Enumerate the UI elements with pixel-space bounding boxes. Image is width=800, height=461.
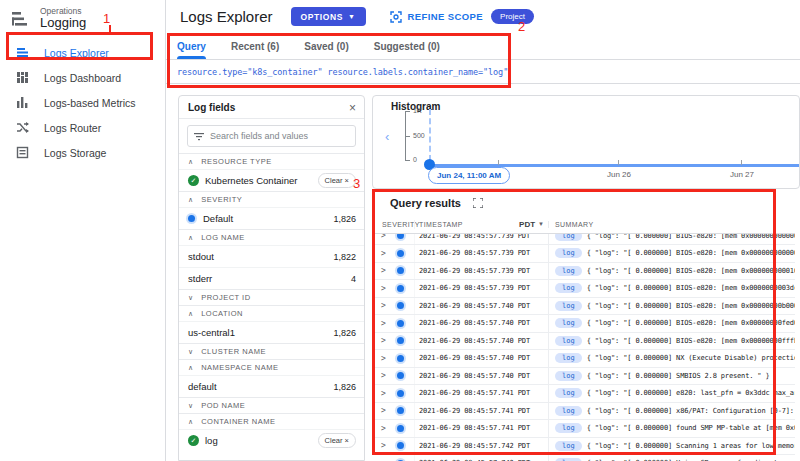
- log-row[interactable]: > 2021-06-29 08:45:57.739 PDT log { "log…: [372, 280, 795, 298]
- field-value-row[interactable]: us-central1 1,826: [179, 321, 364, 343]
- fullscreen-icon[interactable]: [473, 198, 483, 208]
- expand-chevron-icon[interactable]: >: [372, 234, 395, 240]
- log-row[interactable]: > 2021-06-29 08:45:57.740 PDT log { "log…: [372, 315, 795, 333]
- sidebar-item-logs-explorer[interactable]: Logs Explorer: [0, 40, 165, 65]
- log-summary: { "log": "[ 0.000000] Scanning 1 areas f…: [587, 442, 795, 450]
- expand-chevron-icon[interactable]: >: [372, 424, 395, 433]
- log-fields-title: Log fields: [188, 102, 235, 113]
- field-value-row[interactable]: stderr 4: [179, 267, 364, 289]
- log-chip[interactable]: log: [555, 336, 582, 346]
- options-button[interactable]: OPTIONS▼: [291, 7, 366, 26]
- field-section-header[interactable]: ∧ RESOURCE TYPE: [179, 154, 364, 169]
- log-summary: { "log": "[ 0.000000] x86/PAT: Configura…: [587, 407, 795, 415]
- tab-saved-0-[interactable]: Saved (0): [304, 33, 348, 59]
- clear-filter-button[interactable]: Clear ×: [318, 433, 356, 448]
- log-row[interactable]: > 2021-06-29 08:45:57.741 PDT log { "log…: [372, 385, 795, 403]
- log-chip[interactable]: log: [555, 406, 582, 416]
- expand-chevron-icon[interactable]: >: [372, 301, 395, 310]
- y-tick-0: 0: [413, 156, 417, 163]
- log-row[interactable]: > 2021-06-29 08:45:57.740 PDT log { "log…: [372, 368, 795, 386]
- log-chip[interactable]: log: [555, 301, 582, 311]
- field-section-header[interactable]: ∨ CLUSTER NAME: [179, 344, 364, 359]
- field-value-row[interactable]: stdout 1,822: [179, 245, 364, 267]
- severity-default-icon: [397, 407, 404, 414]
- log-chip[interactable]: log: [555, 248, 582, 258]
- col-severity: SEVERITY: [372, 221, 414, 228]
- log-chip[interactable]: log: [555, 353, 582, 363]
- field-value-row[interactable]: ✓Kubernetes Container Clear ×: [179, 169, 364, 191]
- expand-chevron-icon[interactable]: >: [372, 354, 395, 363]
- log-chip[interactable]: log: [555, 234, 582, 241]
- expand-chevron-icon[interactable]: >: [372, 266, 395, 275]
- log-chip[interactable]: log: [555, 266, 582, 276]
- log-row[interactable]: > 2021-06-29 08:45:57.741 PDT log { "log…: [372, 403, 795, 421]
- toolbar: Logs Explorer OPTIONS▼ REFINE SCOPE Proj…: [165, 0, 800, 33]
- col-summary: SUMMARY: [548, 221, 795, 228]
- field-value-row[interactable]: Default 1,826: [179, 207, 364, 229]
- tab-suggested-0-[interactable]: Suggested (0): [374, 33, 440, 59]
- chevron-up-icon: ∧: [188, 196, 193, 204]
- field-section-header[interactable]: ∧ CONTAINER NAME: [179, 414, 364, 429]
- green-check-icon: ✓: [188, 435, 199, 446]
- query-text[interactable]: resource.type="k8s_container" resource.l…: [177, 67, 508, 77]
- log-timestamp: 2021-06-29 08:45:57.741 PDT: [414, 403, 548, 420]
- field-section-header[interactable]: ∧ NAMESPACE NAME: [179, 360, 364, 375]
- expand-chevron-icon[interactable]: >: [372, 284, 395, 293]
- log-chip[interactable]: log: [555, 283, 582, 293]
- field-section-header[interactable]: ∧ SEVERITY: [179, 192, 364, 207]
- query-results-title: Query results: [390, 197, 461, 209]
- expand-chevron-icon[interactable]: >: [372, 371, 395, 380]
- log-chip[interactable]: log: [555, 318, 582, 328]
- timezone-dropdown[interactable]: PDT▼: [519, 220, 544, 229]
- log-row[interactable]: > 2021-06-29 08:45:57.739 PDT log { "log…: [372, 234, 795, 245]
- log-row[interactable]: > 2021-06-29 08:45:57.741 PDT log { "log…: [372, 420, 795, 438]
- search-placeholder: Search fields and values: [210, 131, 308, 141]
- tab-recent-6-[interactable]: Recent (6): [231, 33, 279, 59]
- log-fields-search-input[interactable]: Search fields and values: [187, 125, 356, 147]
- field-section-header[interactable]: ∨ POD NAME: [179, 398, 364, 413]
- sidebar-item-logs-dashboard[interactable]: Logs Dashboard: [0, 65, 165, 90]
- expand-chevron-icon[interactable]: >: [372, 441, 395, 450]
- chevron-up-icon: ∧: [188, 234, 193, 242]
- close-icon[interactable]: ×: [349, 103, 356, 113]
- chevron-left-icon[interactable]: ‹: [385, 129, 389, 144]
- field-section-header[interactable]: ∧ LOG NAME: [179, 230, 364, 245]
- log-row[interactable]: > 2021-06-29 08:45:57.740 PDT log { "log…: [372, 350, 795, 368]
- log-row[interactable]: > 2021-06-29 08:45:57.739 PDT log { "log…: [372, 263, 795, 281]
- project-scope-badge[interactable]: Project: [491, 9, 534, 24]
- log-fields-sections: ∧ RESOURCE TYPE ✓Kubernetes Container Cl…: [179, 153, 364, 451]
- log-chip[interactable]: log: [555, 441, 582, 451]
- expand-chevron-icon[interactable]: >: [372, 336, 395, 345]
- field-section-header[interactable]: ∨ PROJECT ID: [179, 290, 364, 305]
- field-section-header[interactable]: ∧ LOCATION: [179, 306, 364, 321]
- log-row[interactable]: > 2021-06-29 08:45:57.742 PDT log { "log…: [372, 455, 795, 461]
- expand-chevron-icon[interactable]: >: [372, 249, 395, 258]
- expand-chevron-icon[interactable]: >: [372, 406, 395, 415]
- log-fields-panel: Log fields × Search fields and values ∧ …: [178, 95, 365, 461]
- log-row[interactable]: > 2021-06-29 08:45:57.742 PDT log { "log…: [372, 438, 795, 456]
- query-editor-row[interactable]: resource.type="k8s_container" resource.l…: [165, 60, 800, 84]
- log-row[interactable]: > 2021-06-29 08:45:57.740 PDT log { "log…: [372, 298, 795, 316]
- sidebar-item-logs-based-metrics[interactable]: Logs-based Metrics: [0, 90, 165, 115]
- histogram-y-axis: [405, 111, 411, 161]
- log-row[interactable]: > 2021-06-29 08:45:57.740 PDT log { "log…: [372, 333, 795, 351]
- expand-chevron-icon[interactable]: >: [372, 319, 395, 328]
- severity-default-icon: [397, 285, 404, 292]
- results-column-headers: SEVERITY TIMESTAMP PDT▼ SUMMARY: [372, 215, 795, 234]
- log-row[interactable]: > 2021-06-29 08:45:57.739 PDT log { "log…: [372, 245, 795, 263]
- selected-time-pill[interactable]: Jun 24, 11:00 AM: [428, 167, 510, 184]
- refine-scope-button[interactable]: REFINE SCOPE: [390, 11, 484, 23]
- severity-default-icon: [397, 250, 404, 257]
- clear-filter-button[interactable]: Clear ×: [318, 173, 356, 188]
- tab-query[interactable]: Query: [177, 33, 206, 59]
- sidebar-item-logs-storage[interactable]: Logs Storage: [0, 140, 165, 165]
- field-value-row[interactable]: ✓log Clear ×: [179, 429, 364, 451]
- field-value-row[interactable]: default 1,826: [179, 375, 364, 397]
- log-summary: { "log": "[ 0.000000] SMBIOS 2.8 present…: [587, 372, 770, 380]
- log-chip[interactable]: log: [555, 371, 582, 381]
- log-chip[interactable]: log: [555, 423, 582, 433]
- sidebar-item-logs-router[interactable]: Logs Router: [0, 115, 165, 140]
- log-chip[interactable]: log: [555, 388, 582, 398]
- field-value-count: 1,826: [333, 382, 356, 392]
- expand-chevron-icon[interactable]: >: [372, 389, 395, 398]
